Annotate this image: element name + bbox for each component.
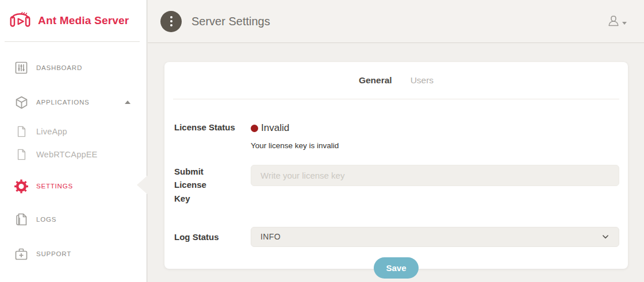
- license-key-label: Submit License Key: [173, 165, 224, 205]
- tab-bar: General Users: [173, 62, 619, 99]
- sidebar-item-label: APPLICATIONS: [36, 99, 89, 106]
- sidebar-item-support[interactable]: SUPPORT: [0, 241, 147, 267]
- sidebar: Ant Media Server DASHBOARD: [0, 0, 147, 282]
- license-status-value: Invalid: [251, 122, 619, 134]
- gear-icon: [14, 179, 29, 194]
- logs-icon: [14, 213, 29, 226]
- caret-up-icon[interactable]: [125, 101, 131, 104]
- sidebar-item-label: SETTINGS: [36, 183, 73, 190]
- tabs-divider: [173, 99, 619, 99]
- brand[interactable]: Ant Media Server: [0, 0, 147, 41]
- user-icon: [607, 14, 620, 28]
- license-status-note: Your license key is invalid: [251, 141, 619, 150]
- sidebar-nav: DASHBOARD APPLICATIONS LiveApp: [0, 55, 147, 267]
- sidebar-item-label: LOGS: [36, 216, 56, 223]
- log-status-label: Log Status: [173, 232, 251, 242]
- sidebar-item-liveapp[interactable]: LiveApp: [0, 120, 147, 143]
- sidebar-item-label: SUPPORT: [36, 250, 71, 257]
- brand-name: Ant Media Server: [38, 14, 129, 27]
- dashboard-icon: [14, 61, 29, 75]
- sidebar-item-label: WebRTCAppEE: [36, 150, 97, 159]
- save-button[interactable]: Save: [374, 257, 418, 279]
- save-row: Save: [173, 257, 619, 279]
- tab-general[interactable]: General: [359, 75, 392, 86]
- sidebar-item-applications[interactable]: APPLICATIONS: [0, 89, 147, 115]
- chevron-down-icon: [601, 233, 610, 241]
- server-settings-card: General Users License Status Invalid You…: [164, 62, 628, 269]
- log-status-row: Log Status INFO: [173, 227, 619, 247]
- content-area: General Users License Status Invalid You…: [148, 43, 644, 282]
- main-area: Server Settings General Users License St…: [148, 0, 644, 282]
- sidebar-item-webrtcappee[interactable]: WebRTCAppEE: [0, 143, 147, 166]
- sidebar-divider: [5, 41, 140, 42]
- file-icon: [16, 126, 26, 137]
- sidebar-item-label: DASHBOARD: [36, 64, 82, 71]
- applications-icon: [14, 95, 29, 110]
- file-icon: [16, 149, 26, 160]
- log-status-selected-value: INFO: [260, 232, 281, 241]
- ant-media-logo-icon: [8, 8, 32, 33]
- support-icon: [14, 248, 29, 261]
- page-title: Server Settings: [191, 15, 270, 28]
- sidebar-item-logs[interactable]: LOGS: [0, 206, 147, 233]
- log-status-select[interactable]: INFO: [251, 227, 619, 247]
- chevron-down-icon: [622, 22, 627, 25]
- status-dot-icon: [251, 125, 258, 132]
- user-menu[interactable]: [607, 14, 627, 28]
- license-status-row: License Status Invalid Your license key …: [173, 122, 619, 150]
- active-item-notch: [137, 175, 148, 195]
- kebab-menu-icon[interactable]: [160, 11, 182, 32]
- sidebar-item-dashboard[interactable]: DASHBOARD: [0, 55, 147, 81]
- license-key-input[interactable]: [251, 165, 619, 186]
- license-key-row: Submit License Key: [173, 165, 619, 205]
- sidebar-item-settings[interactable]: SETTINGS: [0, 173, 147, 199]
- sidebar-item-label: LiveApp: [36, 127, 67, 136]
- license-status-label: License Status: [173, 122, 251, 132]
- tab-users[interactable]: Users: [411, 75, 434, 86]
- top-bar: Server Settings: [148, 0, 644, 43]
